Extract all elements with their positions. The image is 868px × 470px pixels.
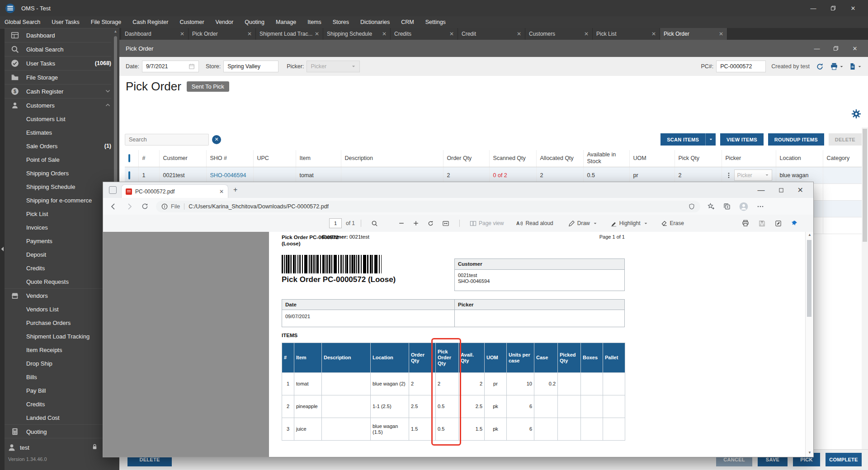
pc-number-field[interactable]: PC-0000572 [716, 61, 766, 72]
sidebar-item-pay-bill[interactable]: Pay Bill [5, 384, 111, 397]
sidebar-item-global-search[interactable]: Global Search [5, 42, 111, 56]
delete-items-button[interactable]: DELETE [829, 133, 862, 146]
sidebar-item-item-receipts[interactable]: Item Receipts [5, 343, 111, 357]
sidebar-item-credits[interactable]: Credits [5, 261, 111, 275]
tab-shipping-schedule[interactable]: Shipping Schedule✕ [323, 28, 391, 40]
sho-link[interactable]: SHO-0046594 [210, 172, 246, 179]
sidebar-collapse-strip[interactable] [0, 28, 5, 470]
tab-close-icon[interactable]: ✕ [719, 31, 723, 37]
store-field[interactable]: Spring Valley [223, 61, 278, 72]
collapse-left-icon[interactable] [0, 246, 4, 252]
sidebar-item-point-of-sale[interactable]: Point of Sale [5, 153, 111, 166]
sidebar-item-invoices[interactable]: Invoices [5, 221, 111, 234]
tab-close-icon[interactable]: ✕ [584, 31, 589, 37]
menu-item-crm[interactable]: CRM [401, 19, 414, 25]
tab-close-icon[interactable]: ✕ [315, 31, 319, 37]
fit-to-width-icon[interactable] [442, 220, 449, 227]
maximize-icon[interactable] [778, 188, 784, 193]
lock-icon[interactable] [91, 443, 99, 451]
menu-item-quoting[interactable]: Quoting [245, 19, 264, 25]
profile-avatar[interactable] [739, 202, 748, 211]
kebab-menu-icon[interactable] [726, 172, 732, 179]
forward-icon[interactable] [126, 203, 133, 210]
column-header-scanned-qty[interactable]: Scanned Qty [489, 150, 536, 167]
page-view-button[interactable]: Page view [470, 220, 504, 227]
sidebar-item-shipment-load-tracking[interactable]: Shipment Load Tracking [5, 329, 111, 343]
sidebar-item-user-tasks[interactable]: User Tasks(1068) [5, 56, 111, 70]
roundup-items-button[interactable]: ROUNDUP ITEMS [768, 133, 824, 146]
tab-pick-order[interactable]: Pick Order✕ [189, 28, 256, 40]
tab-close-icon[interactable]: ✕ [449, 31, 454, 37]
erase-button[interactable]: Erase [661, 220, 684, 227]
column-header-category[interactable]: Category [823, 150, 863, 167]
close-icon[interactable]: ✕ [852, 45, 858, 52]
clear-search-icon[interactable]: ✕ [212, 135, 221, 144]
complete-button[interactable]: COMPLETE [826, 453, 862, 466]
sidebar-item-shipping-orders[interactable]: Shipping Orders [5, 166, 111, 180]
tracking-shield-icon[interactable] [689, 203, 695, 210]
tab-credit[interactable]: Credit✕ [458, 28, 525, 40]
tab-close-icon[interactable]: ✕ [219, 188, 224, 195]
sidebar-item-shipping-for-e-commerce[interactable]: Shipping for e-commerce [5, 193, 111, 207]
restore-icon[interactable] [833, 45, 839, 52]
sidebar-item-pick-list[interactable]: Pick List [5, 207, 111, 221]
tab-close-icon[interactable]: ✕ [651, 31, 656, 37]
column-header-description[interactable]: Description [341, 150, 443, 167]
column-header-order-qty[interactable]: Order Qty [443, 150, 489, 167]
sidebar-item-purchase-orders[interactable]: Purchase Orders [5, 316, 111, 329]
tab-pick-list[interactable]: Pick List✕ [593, 28, 660, 40]
menu-item-global-search[interactable]: Global Search [5, 19, 40, 25]
tab-actions-icon[interactable] [109, 186, 117, 194]
new-tab-icon[interactable]: + [233, 186, 237, 194]
print-icon[interactable] [742, 220, 749, 227]
sidebar-item-landed-cost[interactable]: Landed Cost [5, 411, 111, 424]
sidebar-item-vendors-list[interactable]: Vendors List [5, 302, 111, 316]
back-icon[interactable] [110, 203, 117, 210]
column-header-location[interactable]: Location [776, 150, 823, 167]
picker-dropdown[interactable]: Picker [307, 61, 360, 72]
print-button[interactable] [830, 62, 844, 70]
draw-button[interactable]: Draw [568, 220, 597, 227]
chevron-down-icon[interactable] [705, 133, 716, 146]
sidebar-item-customers[interactable]: Customers [5, 98, 111, 112]
tab-shipment-load-trac[interactable]: Shipment Load Trac...✕ [256, 28, 323, 40]
chevron-down-icon[interactable] [858, 65, 862, 69]
sidebar-item-payments[interactable]: Payments [5, 234, 111, 248]
menu-item-items[interactable]: Items [307, 19, 321, 25]
sidebar-item-cash-register[interactable]: $Cash Register [5, 84, 111, 98]
scroll-down-icon[interactable]: ▼ [806, 450, 813, 456]
sidebar-item-quote-requests[interactable]: Quote Requests [5, 275, 111, 288]
rotate-icon[interactable] [427, 220, 434, 227]
column-header-pick-qty[interactable]: Pick Qty [675, 150, 722, 167]
browser-menu-icon[interactable] [757, 203, 764, 210]
menu-item-settings[interactable]: Settings [425, 19, 446, 25]
menu-item-cash-register[interactable]: Cash Register [132, 19, 168, 25]
pin-toolbar-icon[interactable] [791, 220, 798, 227]
select-all-checkbox[interactable] [128, 154, 130, 162]
column-header-customer[interactable]: Customer [159, 150, 206, 167]
tab-close-icon[interactable]: ✕ [382, 31, 387, 37]
sidebar-item-shipping-schedule[interactable]: Shipping Schedule [5, 180, 111, 193]
sidebar-item-bills[interactable]: Bills [5, 370, 111, 384]
calendar-icon[interactable] [189, 63, 195, 70]
search-input[interactable] [125, 134, 209, 146]
scroll-up-icon[interactable]: ▲ [806, 232, 813, 238]
sidebar-item-quoting[interactable]: Quoting [5, 424, 111, 438]
refresh-icon[interactable] [816, 63, 824, 70]
tab-customers[interactable]: Customers✕ [525, 28, 593, 40]
save-icon[interactable] [759, 220, 765, 227]
gear-icon[interactable] [852, 109, 861, 118]
column-header-available-in-stock[interactable]: Available in Stock [583, 150, 629, 167]
column-header-sho[interactable]: SHO # [206, 150, 253, 167]
column-header-[interactable]: # [138, 150, 159, 167]
menu-item-dictionaries[interactable]: Dictionaries [360, 19, 390, 25]
info-icon[interactable] [161, 203, 168, 210]
sidebar-item-vendors[interactable]: Vendors [5, 288, 111, 302]
column-header-upc[interactable]: UPC [253, 150, 296, 167]
read-aloud-button[interactable]: A Read aloud [516, 220, 553, 227]
zoom-out-icon[interactable] [398, 220, 405, 226]
chevron-down-icon[interactable] [644, 221, 648, 226]
close-icon[interactable]: ✕ [850, 5, 856, 11]
chevron-down-icon[interactable] [840, 65, 844, 69]
menu-item-stores[interactable]: Stores [333, 19, 349, 25]
